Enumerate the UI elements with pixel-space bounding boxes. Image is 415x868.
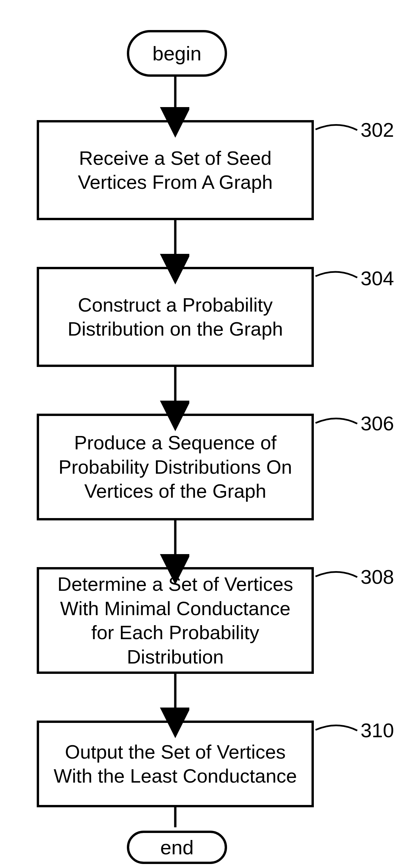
process-step-308: Determine a Set of Vertices With Minimal… [37,567,314,674]
ref-label-304: 304 [361,267,394,290]
process-step-306-label: Produce a Sequence of Probability Distri… [49,431,301,503]
terminator-begin-label: begin [153,42,202,65]
process-step-310: Output the Set of Vertices With the Leas… [37,720,314,807]
leader-302 [316,125,357,130]
ref-label-308: 308 [361,565,394,588]
leader-306 [316,418,357,424]
process-step-308-label: Determine a Set of Vertices With Minimal… [49,572,301,669]
leader-310 [316,725,357,731]
terminator-end: end [127,831,227,864]
leader-308 [316,572,357,577]
process-step-304: Construct a Probability Distribution on … [37,267,314,367]
terminator-begin: begin [127,30,227,77]
ref-label-310: 310 [361,719,394,742]
process-step-302: Receive a Set of Seed Vertices From A Gr… [37,120,314,220]
process-step-306: Produce a Sequence of Probability Distri… [37,414,314,520]
terminator-end-label: end [160,836,194,859]
process-step-310-label: Output the Set of Vertices With the Leas… [49,740,301,788]
flowchart-canvas: begin Receive a Set of Seed Vertices Fro… [0,0,415,868]
leader-304 [316,272,357,278]
process-step-304-label: Construct a Probability Distribution on … [49,293,301,341]
process-step-302-label: Receive a Set of Seed Vertices From A Gr… [49,146,301,194]
ref-label-306: 306 [361,412,394,435]
ref-label-302: 302 [361,118,394,142]
